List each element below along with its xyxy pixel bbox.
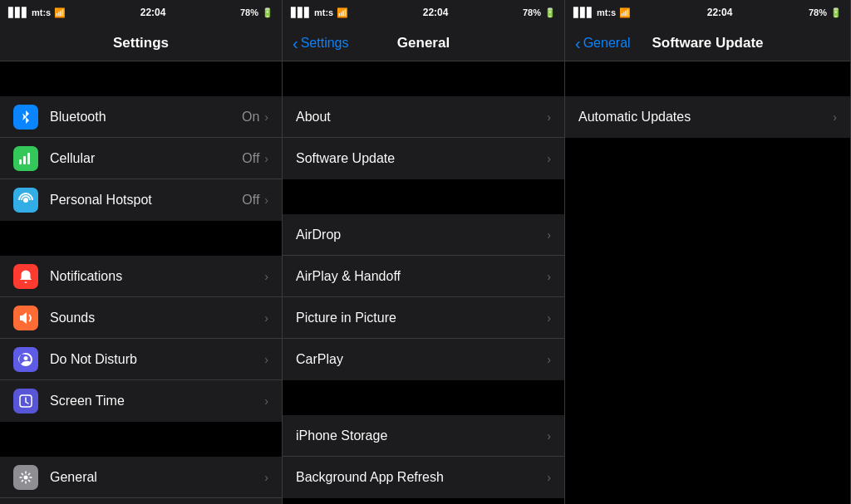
section-notifications: Notifications › Sounds › (0, 256, 282, 422)
spacer-3 (0, 422, 282, 450)
section-connectivity: Bluetooth On › Cellular Off › (0, 96, 282, 221)
screen-time-label: Screen Time (50, 394, 264, 409)
gen-spacer-1 (283, 61, 564, 90)
svg-point-3 (23, 198, 28, 203)
general-label: General (50, 470, 264, 485)
gen-spacer-4 (283, 498, 564, 504)
general-item-airplay[interactable]: AirPlay & Handoff › (283, 256, 564, 297)
general-scroll[interactable]: About › Software Update › AirDrop › AirP… (283, 61, 564, 504)
dnd-icon (13, 347, 38, 372)
settings-item-hotspot[interactable]: Personal Hotspot Off › (0, 179, 282, 221)
settings-item-general[interactable]: General › (0, 457, 282, 498)
status-bar-time-settings: 22:04 (140, 7, 166, 18)
section-auto-updates: Automatic Updates › (565, 96, 850, 138)
general-nav-bar: ‹ Settings General (283, 25, 564, 61)
bluetooth-chevron: › (264, 110, 268, 124)
battery-icon-su: 🔋 (830, 7, 842, 18)
su-spacer-1 (565, 61, 850, 90)
settings-panel: ▋▋▋ mt:s 📶 22:04 78% 🔋 Settings Bluetoot… (0, 0, 283, 504)
carplay-label: CarPlay (296, 352, 547, 367)
back-chevron-su: ‹ (575, 35, 581, 51)
bg-refresh-label: Background App Refresh (296, 470, 547, 485)
status-bar-right-gen: 78% 🔋 (523, 7, 556, 18)
pip-label: Picture in Picture (296, 311, 547, 325)
settings-title: Settings (113, 35, 169, 51)
general-title: General (397, 35, 450, 51)
svg-rect-0 (19, 159, 22, 164)
general-item-storage[interactable]: iPhone Storage › (283, 415, 564, 457)
screen-time-icon (13, 389, 38, 413)
general-item-bg-refresh[interactable]: Background App Refresh › (283, 457, 564, 498)
bluetooth-label: Bluetooth (50, 110, 242, 125)
svg-point-5 (24, 475, 28, 479)
cellular-value: Off (242, 151, 259, 166)
notifications-label: Notifications (50, 269, 264, 284)
su-item-auto-updates[interactable]: Automatic Updates › (565, 96, 850, 138)
sounds-chevron: › (264, 311, 268, 325)
svg-rect-2 (27, 153, 30, 164)
general-icon (13, 465, 38, 490)
gen-spacer-3 (283, 380, 564, 409)
sounds-icon (13, 306, 38, 330)
general-item-carplay[interactable]: CarPlay › (283, 339, 564, 380)
software-update-label: Software Update (296, 151, 547, 166)
carrier-gen: mt:s (314, 7, 333, 17)
screen-time-chevron: › (264, 394, 268, 408)
carrier-label: mt:s (32, 7, 51, 17)
storage-label: iPhone Storage (296, 428, 547, 443)
software-update-panel: ▋▋▋ mt:s 📶 22:04 78% 🔋 ‹ General Softwar… (565, 0, 851, 504)
settings-nav-bar: Settings (0, 25, 282, 61)
status-bar-general: ▋▋▋ mt:s 📶 22:04 78% 🔋 (283, 0, 564, 25)
hotspot-label: Personal Hotspot (50, 193, 242, 208)
back-label-su: General (583, 36, 631, 51)
settings-item-sounds[interactable]: Sounds › (0, 297, 282, 339)
notifications-icon (13, 264, 38, 289)
section-sharing: AirDrop › AirPlay & Handoff › Picture in… (283, 214, 564, 380)
settings-item-bluetooth[interactable]: Bluetooth On › (0, 96, 282, 138)
battery-gen: 78% (523, 7, 541, 17)
carplay-chevron: › (547, 353, 551, 366)
spacer-2 (0, 221, 282, 249)
section-system: General › Control Center › (0, 457, 282, 504)
settings-scroll[interactable]: Bluetooth On › Cellular Off › (0, 61, 282, 504)
settings-item-cellular[interactable]: Cellular Off › (0, 138, 282, 179)
sounds-label: Sounds (50, 311, 264, 325)
settings-item-dnd[interactable]: Do Not Disturb › (0, 339, 282, 380)
status-bar-time-su: 22:04 (707, 7, 733, 18)
airdrop-label: AirDrop (296, 228, 547, 242)
carrier-su: mt:s (597, 7, 616, 17)
dnd-chevron: › (264, 353, 268, 366)
su-scroll[interactable]: Automatic Updates › (565, 61, 850, 504)
signal-icon-gen: ▋▋▋ (291, 7, 311, 18)
settings-item-control-center[interactable]: Control Center › (0, 498, 282, 504)
cellular-label: Cellular (50, 151, 242, 166)
battery-icon-settings: 🔋 (262, 7, 273, 18)
notifications-chevron: › (264, 270, 268, 283)
bluetooth-value: On (242, 110, 259, 125)
general-item-airdrop[interactable]: AirDrop › (283, 214, 564, 256)
settings-item-screen-time[interactable]: Screen Time › (0, 380, 282, 422)
auto-updates-chevron: › (833, 110, 837, 124)
status-bar-left-gen: ▋▋▋ mt:s 📶 (291, 7, 348, 18)
about-chevron: › (547, 110, 551, 124)
gen-spacer-2 (283, 179, 564, 208)
spacer-1 (0, 61, 282, 90)
back-label-gen: Settings (301, 36, 349, 51)
general-item-about[interactable]: About › (283, 96, 564, 138)
su-back-button[interactable]: ‹ General (575, 35, 631, 51)
hotspot-value: Off (242, 193, 259, 208)
back-chevron-gen: ‹ (293, 35, 298, 51)
general-back-button[interactable]: ‹ Settings (293, 35, 348, 51)
wifi-icon-su: 📶 (619, 7, 631, 18)
settings-item-notifications[interactable]: Notifications › (0, 256, 282, 297)
general-item-software-update[interactable]: Software Update › (283, 138, 564, 179)
airdrop-chevron: › (547, 228, 551, 242)
su-title: Software Update (652, 35, 763, 51)
storage-chevron: › (547, 429, 551, 443)
status-bar-su: ▋▋▋ mt:s 📶 22:04 78% 🔋 (565, 0, 850, 25)
battery-percent-settings: 78% (240, 7, 258, 17)
status-bar-right-su: 78% 🔋 (809, 7, 842, 18)
svg-rect-1 (23, 156, 26, 164)
general-item-pip[interactable]: Picture in Picture › (283, 297, 564, 339)
bluetooth-icon (13, 105, 38, 130)
